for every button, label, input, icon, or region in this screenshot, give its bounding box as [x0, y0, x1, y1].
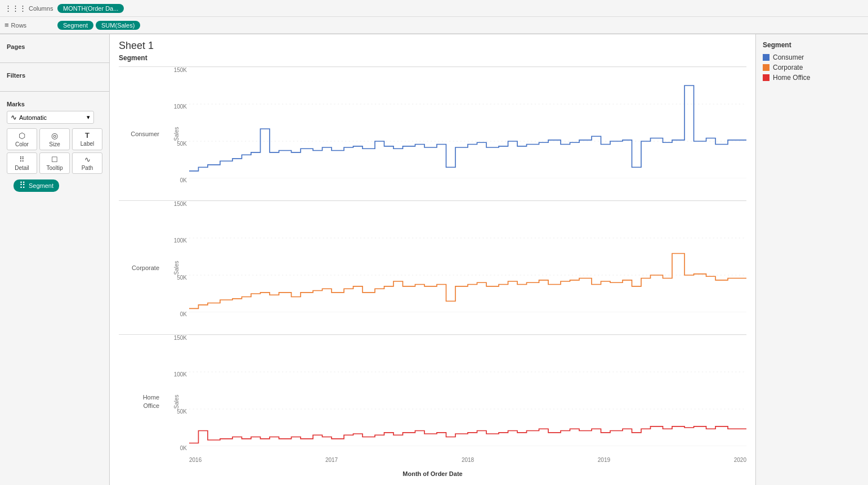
detail-icon: ⠿ — [19, 155, 25, 164]
columns-pill[interactable]: MONTH(Order Da... — [57, 4, 124, 13]
home-office-chart-inner: Sales 150K 100K 50K 0K — [164, 335, 746, 468]
chart-subtitle: Segment — [119, 54, 746, 62]
corporate-chart-inner: Sales 150K 100K 50K 0K — [164, 201, 746, 334]
marks-grid: ⬡ Color ◎ Size T Label ⠿ Detail ☐ Tool — [7, 128, 102, 174]
legend-corporate-label: Corporate — [773, 64, 803, 71]
path-button[interactable]: ∿ Path — [72, 152, 102, 174]
marks-type-dropdown[interactable]: ∿ Automatic ▾ — [7, 111, 94, 124]
home-office-svg — [189, 335, 746, 446]
rows-pill-segment[interactable]: Segment — [57, 21, 93, 30]
label-label: Label — [80, 141, 94, 147]
marks-section: Marks ∿ Automatic ▾ ⬡ Color ◎ Size T — [0, 96, 109, 196]
top-bar: ⋮⋮⋮ Columns MONTH(Order Da... ≡ Rows Seg… — [0, 0, 868, 34]
corporate-svg — [189, 201, 746, 312]
size-button[interactable]: ◎ Size — [39, 128, 70, 150]
legend-title: Segment — [763, 41, 861, 49]
chart-area: Sheet 1 Segment Consumer Sales 150K 100K… — [110, 34, 755, 485]
legend-item-consumer: Consumer — [763, 53, 861, 61]
corporate-color-swatch — [763, 64, 769, 71]
consumer-y-axis: 150K 100K 50K 0K — [164, 67, 189, 183]
chevron-down-icon: ▾ — [87, 114, 90, 121]
color-button[interactable]: ⬡ Color — [7, 128, 37, 150]
home-office-chart: HomeOffice Sales 150K 100K 50K 0K — [119, 334, 746, 468]
size-icon: ◎ — [51, 131, 58, 140]
rows-pill-sales[interactable]: SUM(Sales) — [96, 21, 140, 30]
home-office-label: HomeOffice — [119, 335, 164, 468]
pages-section: Pages — [0, 39, 109, 58]
segment-pill[interactable]: ⠿ Segment — [14, 179, 59, 192]
path-icon: ∿ — [84, 155, 91, 164]
consumer-chart-inner: Sales 150K 100K 50K 0K — [164, 67, 746, 200]
corporate-chart: Corporate Sales 150K 100K 50K 0K — [119, 200, 746, 334]
columns-icon: ⋮⋮⋮ — [5, 4, 26, 12]
rows-shelf: ≡ Rows Segment SUM(Sales) — [0, 17, 868, 34]
detail-label: Detail — [15, 165, 29, 171]
corporate-y-axis: 150K 100K 50K 0K — [164, 201, 189, 317]
legend-consumer-label: Consumer — [773, 53, 804, 61]
path-label: Path — [82, 165, 93, 171]
color-icon: ⬡ — [19, 131, 25, 140]
legend-item-home-office: Home Office — [763, 74, 861, 82]
columns-shelf: ⋮⋮⋮ Columns MONTH(Order Da... — [0, 0, 868, 17]
rows-label: ≡ Rows — [5, 21, 55, 29]
left-panel: Pages Filters Marks ∿ Automatic ▾ ⬡ Colo… — [0, 34, 110, 485]
segment-pill-label: Segment — [29, 182, 53, 189]
consumer-chart: Consumer Sales 150K 100K 50K 0K — [119, 66, 746, 200]
home-office-color-swatch — [763, 74, 769, 81]
tooltip-button[interactable]: ☐ Tooltip — [39, 152, 70, 174]
x-axis-labels: 2016 2017 2018 2019 2020 — [189, 457, 746, 468]
color-label: Color — [15, 141, 29, 147]
home-office-y-axis: 150K 100K 50K 0K — [164, 335, 189, 451]
consumer-svg — [189, 67, 746, 178]
rows-icon: ≡ — [5, 21, 9, 29]
segment-dots-icon: ⠿ — [19, 181, 26, 190]
tooltip-label: Tooltip — [47, 165, 63, 171]
tooltip-icon: ☐ — [51, 155, 58, 164]
label-icon: T — [85, 131, 90, 140]
wave-icon: ∿ — [11, 113, 17, 122]
size-label: Size — [49, 141, 60, 147]
main-area: Pages Filters Marks ∿ Automatic ▾ ⬡ Colo… — [0, 34, 868, 485]
corporate-label: Corporate — [119, 201, 164, 334]
chart-title: Sheet 1 — [119, 40, 746, 52]
charts-container: Consumer Sales 150K 100K 50K 0K — [119, 66, 746, 468]
right-panel: Segment Consumer Corporate Home Office — [755, 34, 868, 485]
filters-title: Filters — [7, 72, 102, 79]
label-button[interactable]: T Label — [72, 128, 102, 150]
marks-title: Marks — [7, 101, 102, 107]
columns-label: ⋮⋮⋮ Columns — [5, 4, 55, 12]
consumer-color-swatch — [763, 54, 769, 61]
filters-section: Filters — [0, 68, 109, 87]
marks-type-label: Automatic — [19, 114, 47, 121]
detail-button[interactable]: ⠿ Detail — [7, 152, 37, 174]
legend-home-office-label: Home Office — [773, 74, 810, 82]
legend-item-corporate: Corporate — [763, 64, 861, 71]
x-axis-title: Month of Order Date — [119, 468, 746, 479]
pages-title: Pages — [7, 43, 102, 50]
consumer-label: Consumer — [119, 67, 164, 200]
